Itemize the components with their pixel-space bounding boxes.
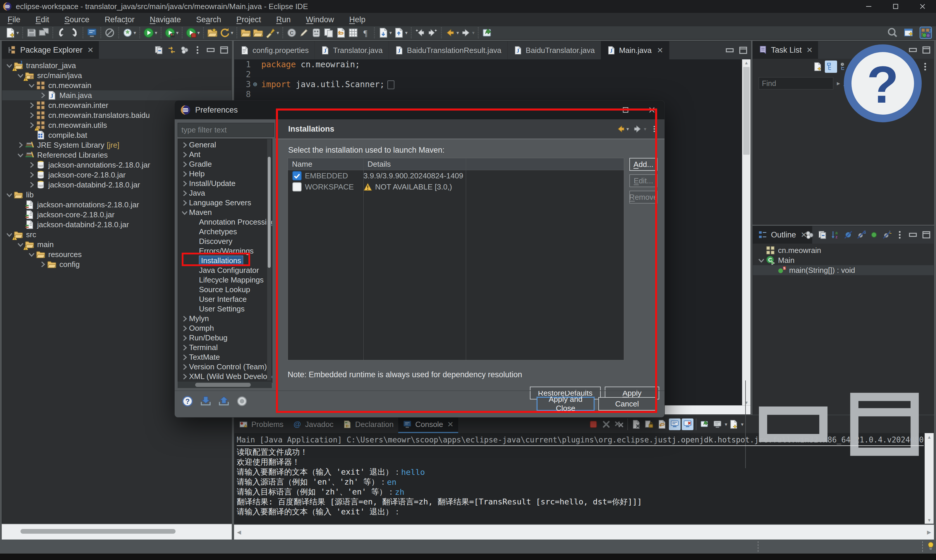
pencil-button[interactable] xyxy=(299,28,309,38)
new-wizard-button[interactable]: ▾ xyxy=(5,28,19,38)
strike-s-button[interactable]: S xyxy=(853,229,865,241)
scroll-lock-button[interactable] xyxy=(643,418,655,430)
sort-az-button[interactable]: az xyxy=(828,229,839,241)
menu-run[interactable]: Run xyxy=(268,13,298,26)
down-page-button[interactable]: ▾ xyxy=(378,28,392,38)
cancel-button[interactable]: Cancel xyxy=(598,397,656,411)
java-perspective-button[interactable]: J xyxy=(914,27,932,40)
scroll-left-arrow[interactable]: ◀ xyxy=(237,525,241,540)
close-icon[interactable]: ✕ xyxy=(657,46,663,55)
collapse-all-button[interactable] xyxy=(151,44,163,56)
word-wrap-button[interactable] xyxy=(656,418,668,430)
pref-tree-item-xml-wild-web-developer[interactable]: XML (Wild Web Developer) xyxy=(178,372,272,382)
display-selected-console-button[interactable] xyxy=(712,418,723,430)
close-icon[interactable]: ✕ xyxy=(447,420,454,429)
pref-tree-item-user-settings[interactable]: User Settings xyxy=(178,304,272,314)
pref-tree-item-maven[interactable]: Maven xyxy=(178,208,272,217)
tree-item-main-string-void[interactable]: Smain(String[]) : void xyxy=(753,265,934,275)
maximize-icon[interactable] xyxy=(921,230,931,240)
tab-package-explorer[interactable]: Package Explorer ✕ xyxy=(2,41,99,59)
editor-vscrollbar[interactable]: ▲ ▼ xyxy=(742,59,751,406)
pref-tree-item-user-interface[interactable]: User Interface xyxy=(178,294,272,304)
new-task-button[interactable] xyxy=(811,60,823,73)
record-icon[interactable] xyxy=(236,395,248,407)
back-icon[interactable] xyxy=(615,124,626,134)
preferences-tree-hscrollbar[interactable] xyxy=(177,382,272,388)
pref-tree-item-gradle[interactable]: Gradle xyxy=(178,159,272,169)
next-edit-button[interactable] xyxy=(69,28,79,38)
forward-nav-button[interactable]: ▾ xyxy=(461,28,475,38)
menu-edit[interactable]: Edit xyxy=(28,13,57,26)
close-icon[interactable]: ✕ xyxy=(806,46,813,55)
up-page-button[interactable]: ▾ xyxy=(393,28,407,38)
strike-l-button[interactable]: L xyxy=(879,229,891,241)
dialog-close-button[interactable] xyxy=(638,101,665,119)
editor-tab-config-properties[interactable]: config.properties xyxy=(234,41,315,59)
installations-table[interactable]: Name Details EMBEDDED3.9.9/3.9.900.20240… xyxy=(288,158,624,360)
window-maximize-button[interactable] xyxy=(882,0,909,13)
pref-tree-item-annotation-processing[interactable]: Annotation Processing xyxy=(178,217,272,227)
scrollbar-thumb[interactable] xyxy=(268,157,271,268)
scrollbar-thumb[interactable] xyxy=(195,383,251,387)
show-stderr-button[interactable] xyxy=(682,418,694,430)
view-menu-button[interactable] xyxy=(190,44,202,56)
save-all-button[interactable] xyxy=(39,28,49,38)
pref-tree-item-mylyn[interactable]: Mylyn xyxy=(178,314,272,323)
console-hscrollbar[interactable]: ◀ ▶ xyxy=(234,525,934,540)
installation-row[interactable]: EMBEDDED3.9.9/3.9.900.20240824-1409 xyxy=(288,170,624,181)
help-icon[interactable]: ? xyxy=(182,395,193,407)
console-tab-javadoc[interactable]: @Javadoc xyxy=(288,415,338,433)
export-icon[interactable] xyxy=(218,395,230,407)
menu-project[interactable]: Project xyxy=(229,13,268,26)
menu-navigate[interactable]: Navigate xyxy=(142,13,189,26)
scroll-down-arrow[interactable]: ▼ xyxy=(925,517,934,523)
pref-tree-item-java-configurator[interactable]: Java Configurator xyxy=(178,266,272,275)
pref-tree-item-archetypes[interactable]: Archetypes xyxy=(178,227,272,237)
save-button[interactable] xyxy=(26,28,37,38)
editor-tab-main-java[interactable]: JMain.java✕ xyxy=(601,41,669,59)
clear-console-button[interactable] xyxy=(630,418,642,430)
tree-item-main-java[interactable]: JMain.java xyxy=(2,90,231,100)
column-name[interactable]: Name xyxy=(288,158,363,170)
categorized-button[interactable] xyxy=(825,60,837,73)
view-menu-icon[interactable] xyxy=(651,124,658,134)
pin-console-button[interactable] xyxy=(699,418,711,430)
editor-tab-baidutranslationresult-java[interactable]: JBaiduTranslationResult.java xyxy=(389,41,508,59)
add-button[interactable]: Add... xyxy=(629,158,657,171)
tree-item-translator-java[interactable]: Jtranslator_java xyxy=(2,60,231,71)
package-explorer-hscrollbar[interactable] xyxy=(2,524,232,540)
pref-tree-item-discovery[interactable]: Discovery xyxy=(178,237,272,246)
maximize-icon[interactable] xyxy=(738,45,748,55)
checkbox-unchecked-icon[interactable] xyxy=(292,182,302,192)
installation-row[interactable]: WORKSPACENOT AVAILABLE [3.0,) xyxy=(288,181,624,192)
maximize-icon[interactable] xyxy=(219,45,229,55)
import-icon[interactable] xyxy=(200,395,211,407)
folded-region-box[interactable] xyxy=(387,80,395,89)
show-stdout-button[interactable] xyxy=(669,418,680,430)
minimize-icon[interactable] xyxy=(206,45,216,55)
tree-item-cn-meowrain[interactable]: cn.meowrain xyxy=(2,80,231,90)
open-perspective-button[interactable] xyxy=(898,27,914,39)
tab-task-list[interactable]: Task List ✕ xyxy=(753,41,818,59)
pref-tree-item-oomph[interactable]: Oomph xyxy=(178,323,272,333)
scroll-right-arrow[interactable]: ▶ xyxy=(927,525,931,540)
console-output[interactable]: 读取配置文件成功！欢迎使用翻译器！请输入要翻译的文本（输入 'exit' 退出）… xyxy=(237,447,924,523)
copy-pages-button[interactable] xyxy=(323,28,334,38)
pref-tree-item-terminal[interactable]: Terminal xyxy=(178,343,272,352)
menu-source[interactable]: Source xyxy=(57,13,97,26)
tree-item-src-main-java[interactable]: src/main/java xyxy=(2,71,231,80)
window-minimize-button[interactable] xyxy=(855,0,882,13)
console-tab-declaration[interactable]: Declaration xyxy=(338,415,398,433)
search-button[interactable] xyxy=(882,27,898,39)
pin-editor-button[interactable] xyxy=(482,28,492,38)
pin-c-button[interactable]: C xyxy=(287,28,297,38)
filters-button[interactable] xyxy=(177,44,189,56)
link-editor-button[interactable] xyxy=(164,44,176,56)
pref-tree-item-general[interactable]: General xyxy=(178,140,272,150)
markers-button[interactable] xyxy=(311,28,322,38)
wrap-page-button[interactable] xyxy=(336,28,346,38)
apply-and-close-button[interactable]: Apply and Close xyxy=(537,397,594,411)
fold-icon[interactable]: ⊕ xyxy=(251,80,259,88)
scroll-up-arrow[interactable]: ▲ xyxy=(742,59,751,66)
prev-annotation-button[interactable] xyxy=(415,28,426,38)
